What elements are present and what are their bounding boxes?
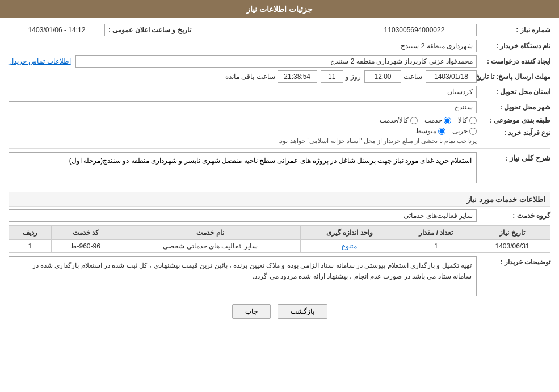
goroh-label: گروه خدمت : <box>477 212 550 220</box>
col-vahed: واحد اندازه گیری <box>301 226 398 240</box>
mohlat-rooz: 11 <box>321 70 343 83</box>
farayand-label: نوع فرآیند خرید : <box>477 127 550 137</box>
services-table: تاریخ نیاز تعداد / مقدار واحد اندازه گیر… <box>9 225 550 253</box>
cell-tedad: 1 <box>398 240 474 253</box>
dastgah-label: نام دستگاه خریدار : <box>477 42 550 50</box>
dastgah-value: شهرداری منطقه 2 سنندج <box>9 40 477 52</box>
sharh-textarea: استعلام خرید غذای مورد نیاز جهت پرسنل شا… <box>9 152 477 183</box>
mohlat-baqi: 21:38:54 <box>278 70 317 83</box>
row-dastgah: نام دستگاه خریدار : شهرداری منطقه 2 سنند… <box>9 40 550 52</box>
row-ijad: ایجاد کننده درخواست : محمدفواد عزتی کارب… <box>9 55 550 68</box>
shomara-value: 1103005694000022 <box>352 24 477 36</box>
tosih-box: تهیه تکمیل و بارگذاری استعلام پیوستی در … <box>9 256 477 296</box>
radio-kala-khadamat[interactable] <box>410 117 418 124</box>
page-header: جزئیات اطلاعات نیاز <box>0 0 559 18</box>
radio-kala[interactable] <box>469 117 477 124</box>
baqi-label: ساعت باقی مانده <box>225 73 275 81</box>
radio-kala-khadamat-text: کالا/خدمت <box>380 116 409 124</box>
radio-mootaset-label[interactable]: متوسط <box>415 127 445 135</box>
tasnif-radio-group: کالا خدمت کالا/خدمت <box>380 116 477 124</box>
row-tasnif: طبقه بندی موضوعی : کالا خدمت کالا/خدمت <box>9 116 550 124</box>
radio-kala-text: کالا <box>458 116 468 124</box>
row-goroh: گروه خدمت : سایر فعالیت‌های خدماتی <box>9 209 550 222</box>
row-shahr: شهر محل تحویل : سنندج <box>9 101 550 113</box>
rooz-label: روز و <box>346 73 361 81</box>
farayand-note: پرداخت تمام یا بخشی از مبلغ خریدار از مح… <box>9 137 477 145</box>
col-tarikh: تاریخ نیاز <box>474 226 550 240</box>
radio-mootaset[interactable] <box>438 128 445 135</box>
col-kod: کد خدمت <box>51 226 120 240</box>
row-mohlat: مهلت ارسال پاسخ: تا تاریخ : 1403/01/18 س… <box>9 70 550 83</box>
shomara-label: شماره نیاز : <box>477 26 550 34</box>
ostan-value: کردستان <box>9 86 477 98</box>
farayand-content: جزیی متوسط پرداخت تمام یا بخشی از مبلغ خ… <box>9 127 477 145</box>
main-content: شماره نیاز : 1103005694000022 تاریخ و سا… <box>0 18 559 329</box>
ijad-value: محمدفواد عزتی کاربرداز شهرداری منطقه 2 س… <box>75 55 477 68</box>
tasnif-label: طبقه بندی موضوعی : <box>477 116 550 124</box>
row-shomara: شماره نیاز : 1103005694000022 تاریخ و سا… <box>9 24 550 36</box>
radio-jazii-text: جزیی <box>452 127 468 135</box>
row-sharh: شرح کلی نیاز : استعلام خرید غذای مورد نی… <box>9 152 550 183</box>
farayand-radio-group: جزیی متوسط <box>9 127 477 135</box>
row-ostan: استان محل تحویل : کردستان <box>9 86 550 98</box>
cell-nam: سایر فعالیت های خدماتی شخصی <box>120 240 301 253</box>
cell-radif: 1 <box>9 240 52 253</box>
cell-tarikh: 1403/06/31 <box>474 240 550 253</box>
cell-vahed: متنوع <box>301 240 398 253</box>
bazgasht-button[interactable]: بازگشت <box>278 304 327 319</box>
radio-jazii[interactable] <box>469 128 477 135</box>
radio-khadamat-text: خدمت <box>424 116 442 124</box>
radio-mootaset-text: متوسط <box>415 127 436 135</box>
radio-khadamat[interactable] <box>444 117 451 124</box>
ijad-label: ایجاد کننده درخواست : <box>477 57 550 65</box>
table-row: 1403/06/31 1 متنوع سایر فعالیت های خدمات… <box>9 240 550 253</box>
tamas-link[interactable]: اطلاعات تماس خریدار <box>9 57 71 65</box>
row-tosih: توضیحات خریدار : تهیه تکمیل و بارگذاری ا… <box>9 256 550 296</box>
radio-kala-khadamat-label[interactable]: کالا/خدمت <box>380 116 418 124</box>
mohlat-date: 1403/01/18 <box>426 70 477 83</box>
khadamat-section-title: اطلاعات خدمات مورد نیاز <box>9 192 550 207</box>
mohlat-label: مهلت ارسال پاسخ: تا تاریخ : <box>477 73 550 81</box>
radio-khadamat-label[interactable]: خدمت <box>424 116 451 124</box>
col-radif: ردیف <box>9 226 52 240</box>
mohlat-saat: 12:00 <box>364 70 401 83</box>
shahr-value: سنندج <box>9 101 477 113</box>
divider-2 <box>9 187 550 187</box>
button-row: چاپ بازگشت <box>9 304 550 319</box>
radio-kala-label[interactable]: کالا <box>458 116 477 124</box>
sharh-label: شرح کلی نیاز : <box>477 152 550 162</box>
ostan-label: استان محل تحویل : <box>477 88 550 96</box>
page-wrapper: جزئیات اطلاعات نیاز شماره نیاز : 1103005… <box>0 0 559 392</box>
page-title: جزئیات اطلاعات نیاز <box>246 5 313 14</box>
goroh-value: سایر فعالیت‌های خدماتی <box>9 209 477 222</box>
col-tedad: تعداد / مقدار <box>398 226 474 240</box>
tarikh-saat-label: تاریخ و ساعت اعلان عمومی : <box>108 26 191 34</box>
row-farayand: نوع فرآیند خرید : جزیی متوسط پرداخت تمام… <box>9 127 550 145</box>
cell-kod: 960-96-ط <box>51 240 120 253</box>
chap-button[interactable]: چاپ <box>232 304 271 319</box>
divider-1 <box>9 148 550 149</box>
shahr-label: شهر محل تحویل : <box>477 103 550 111</box>
radio-jazii-label[interactable]: جزیی <box>452 127 477 135</box>
col-nam: نام خدمت <box>120 226 301 240</box>
tosih-label: توضیحات خریدار : <box>477 256 550 266</box>
tarikh-saat-value: 1403/01/06 - 14:12 <box>9 24 105 36</box>
saat-label: ساعت <box>404 73 422 81</box>
